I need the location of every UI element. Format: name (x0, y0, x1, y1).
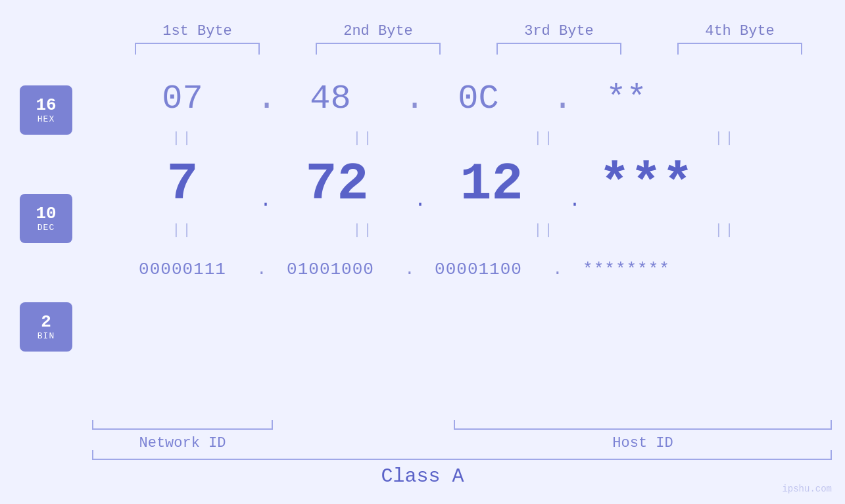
dec-number: 10 (36, 204, 56, 223)
eq-row-1: || || || || (92, 125, 832, 151)
dec-badge: 10 DEC (20, 194, 72, 243)
dec-val-3: 12 (401, 154, 582, 214)
byte-label-4: 4th Byte (650, 23, 831, 39)
bracket-top-1 (135, 43, 260, 55)
hex-name: HEX (37, 114, 55, 124)
byte-col-3: 3rd Byte (469, 23, 650, 55)
dec-val-4: *** (556, 154, 736, 214)
eq-sym-1: || (92, 130, 273, 147)
byte-headers: 1st Byte 2nd Byte 3rd Byte 4th Byte (13, 23, 832, 55)
eq-sym-4: || (635, 130, 815, 147)
hex-badge: 16 HEX (20, 85, 72, 135)
hex-row: 07 . 48 . 0C . ** (92, 72, 832, 125)
bin-name: BIN (37, 331, 55, 341)
class-row: Class A (0, 450, 845, 488)
eq-sym-3: || (454, 130, 635, 147)
main-container: 1st Byte 2nd Byte 3rd Byte 4th Byte 16 H… (0, 0, 845, 504)
bracket-top-2 (316, 43, 441, 55)
host-id-bracket (454, 420, 832, 430)
eq-row-2: || || || || (92, 217, 832, 243)
dec-row: 7 . 72 . 12 . *** (92, 151, 832, 217)
watermark: ipshu.com (782, 484, 832, 494)
bin-number: 2 (41, 313, 51, 332)
eq-sym-8: || (635, 222, 815, 239)
bracket-top-4 (677, 43, 802, 55)
eq-sym-7: || (454, 222, 635, 239)
eq-sym-6: || (273, 222, 454, 239)
bottom-section: Network ID Host ID (92, 420, 832, 451)
host-id-label: Host ID (454, 435, 832, 451)
network-id-bracket (92, 420, 273, 430)
byte-col-4: 4th Byte (650, 23, 831, 55)
bracket-top-3 (496, 43, 621, 55)
bin-badge: 2 BIN (20, 302, 72, 352)
dec-val-1: 7 (92, 154, 273, 214)
byte-label-2: 2nd Byte (288, 23, 469, 39)
eq-sym-5: || (92, 222, 273, 239)
byte-col-1: 1st Byte (107, 23, 288, 55)
bin-val-4: ******** (536, 260, 717, 279)
class-label: Class A (0, 465, 845, 488)
spacer (273, 420, 454, 430)
dec-val-2: 72 (247, 154, 427, 214)
spacer2 (273, 435, 454, 451)
bracket-bottom-container (92, 420, 832, 430)
byte-col-2: 2nd Byte (288, 23, 469, 55)
bin-row: 00000111 . 01001000 . 00001100 . *******… (92, 243, 832, 296)
id-labels-row: Network ID Host ID (92, 435, 832, 451)
eq-sym-2: || (273, 130, 454, 147)
base-labels: 16 HEX 10 DEC 2 BIN (20, 85, 72, 352)
dec-name: DEC (37, 223, 55, 233)
network-id-label: Network ID (92, 435, 273, 451)
hex-number: 16 (36, 96, 56, 115)
values-section: 07 . 48 . 0C . ** || || || || 7 . 72 . 1… (92, 72, 832, 296)
class-bracket (92, 450, 832, 460)
byte-label-1: 1st Byte (107, 23, 288, 39)
byte-label-3: 3rd Byte (469, 23, 650, 39)
